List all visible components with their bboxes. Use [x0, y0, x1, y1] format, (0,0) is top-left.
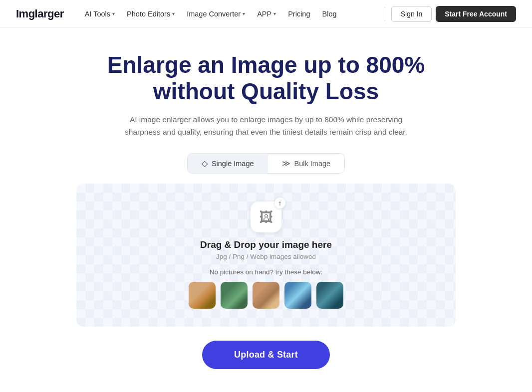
dropzone-title: Drag & Drop your image here: [200, 239, 332, 250]
sample-image-1[interactable]: [189, 282, 216, 309]
nav-item-photo-editors[interactable]: Photo Editors ▾: [122, 7, 180, 21]
upload-start-button[interactable]: Upload & Start: [202, 341, 330, 369]
nav-label-image-converter: Image Converter: [187, 10, 241, 18]
image-icon: 🖼: [259, 209, 273, 225]
nav-divider: [385, 7, 385, 21]
dropzone-hint: Jpg / Png / Webp images allowed: [216, 253, 316, 260]
logo[interactable]: Imglarger: [16, 7, 64, 20]
chevron-down-icon: ▾: [112, 11, 115, 16]
tab-single-label: Single Image: [212, 160, 254, 168]
nav-actions: Sign In Start Free Account: [383, 6, 516, 22]
sample-label: No pictures on hand? try these below:: [210, 268, 323, 276]
nav-items: AI Tools ▾ Photo Editors ▾ Image Convert…: [80, 7, 379, 21]
hero-subtitle: AI image enlarger allows you to enlarge …: [121, 114, 411, 139]
chevron-down-icon: ▾: [172, 11, 175, 16]
tab-bulk-image[interactable]: ≫ Bulk Image: [268, 154, 345, 173]
hero-title: Enlarge an Image up to 800% without Qual…: [86, 52, 446, 105]
navbar: Imglarger AI Tools ▾ Photo Editors ▾ Ima…: [0, 0, 532, 28]
nav-label-pricing: Pricing: [288, 10, 310, 18]
chevron-down-icon: ▾: [243, 11, 245, 16]
nav-label-blog: Blog: [322, 10, 337, 18]
upload-icon-wrapper: 🖼 ↑: [251, 201, 281, 232]
nav-item-app[interactable]: APP ▾: [252, 7, 281, 21]
nav-item-pricing[interactable]: Pricing: [283, 7, 315, 21]
nav-item-ai-tools[interactable]: AI Tools ▾: [80, 7, 120, 21]
dropzone-wrapper: 🖼 ↑ Drag & Drop your image here Jpg / Pn…: [76, 184, 456, 327]
image-mode-tabs: ◇ Single Image ≫ Bulk Image: [187, 153, 345, 174]
nav-item-image-converter[interactable]: Image Converter ▾: [182, 7, 250, 21]
bulk-icon: ≫: [282, 159, 290, 168]
sample-image-5[interactable]: [316, 282, 343, 309]
dropzone[interactable]: 🖼 ↑ Drag & Drop your image here Jpg / Pn…: [76, 184, 456, 327]
sample-images: [189, 282, 343, 309]
nav-label-app: APP: [257, 10, 271, 18]
sample-image-4[interactable]: [284, 282, 311, 309]
nav-item-blog[interactable]: Blog: [317, 7, 342, 21]
nav-label-photo-editors: Photo Editors: [127, 10, 170, 18]
signup-button[interactable]: Start Free Account: [436, 6, 516, 22]
chevron-down-icon: ▾: [273, 11, 276, 16]
sample-image-2[interactable]: [221, 282, 248, 309]
signin-button[interactable]: Sign In: [391, 6, 432, 22]
diamond-icon: ◇: [202, 159, 208, 168]
upload-arrow-icon: ↑: [274, 197, 285, 208]
tab-single-image[interactable]: ◇ Single Image: [188, 154, 268, 173]
hero-section: Enlarge an Image up to 800% without Qual…: [0, 28, 532, 369]
tab-bulk-label: Bulk Image: [294, 160, 331, 168]
sample-image-3[interactable]: [253, 282, 279, 309]
nav-label-ai-tools: AI Tools: [85, 10, 110, 18]
dropzone-content: 🖼 ↑ Drag & Drop your image here Jpg / Pn…: [189, 201, 343, 309]
